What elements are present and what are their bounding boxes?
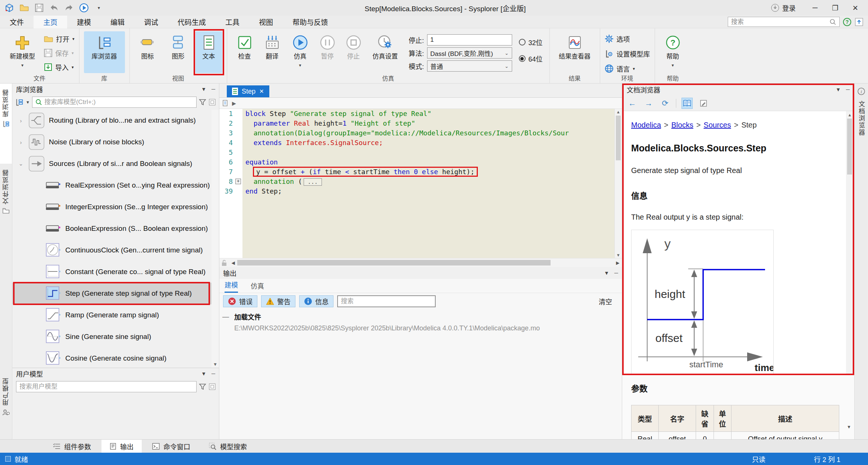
back-icon[interactable]: ← <box>627 98 638 109</box>
log-group-title[interactable]: — 加载文件 <box>222 312 618 321</box>
panel-menu-icon[interactable]: ▼ <box>836 87 841 92</box>
output-search-input[interactable] <box>341 298 432 305</box>
bottom-tab-complist[interactable]: 组件参数 <box>45 440 99 453</box>
error-filter-button[interactable]: 错误 <box>223 295 257 307</box>
panel-menu-icon[interactable]: ▼ <box>201 371 206 377</box>
bottom-tab-outdoc[interactable]: 输出 <box>101 440 142 453</box>
warning-filter-button[interactable]: 警告 <box>261 295 295 307</box>
sidebar-tab-library-browser[interactable]: 库浏览器 <box>0 84 12 164</box>
open-icon[interactable] <box>19 3 29 13</box>
tree-item-booleanexpression[interactable]: BooleanExpression (S... Boolean expressi… <box>12 218 211 239</box>
collapse-log-icon[interactable]: — <box>222 313 229 321</box>
tree-item-integerexpression[interactable]: IntegerExpression (Se...g Integer expres… <box>12 196 211 218</box>
pause-button[interactable]: 暂停 <box>315 31 340 73</box>
tree-item-step[interactable]: Step (Generate step signal of type Real) <box>12 283 211 304</box>
chevron-expanded-icon[interactable]: ⌄ <box>18 160 24 167</box>
collapsed-code-icon[interactable]: ... <box>304 178 322 186</box>
options-button[interactable]: 选项 <box>605 34 650 44</box>
import-button[interactable]: 导入▾ <box>44 62 75 72</box>
redo-icon[interactable] <box>64 3 74 13</box>
library-search-input[interactable] <box>44 98 193 106</box>
tree-item-ramp[interactable]: Ramp (Generate ramp signal) <box>12 304 211 326</box>
menu-item-4[interactable]: 调试 <box>134 16 168 28</box>
open-button[interactable]: 打开▾ <box>44 34 75 44</box>
code-line-1[interactable]: 1block Step "Generate step signal of typ… <box>219 109 614 119</box>
undo-icon[interactable] <box>49 3 59 13</box>
tree-item-noise[interactable]: ›Noise (Library of noise blocks) <box>12 131 211 153</box>
stop-time-input[interactable]: 1 <box>427 34 512 45</box>
filter-icon[interactable] <box>199 98 206 106</box>
code-horizontal-scrollbar[interactable]: ◀ ▶ <box>219 258 622 267</box>
diagram-view-button[interactable]: 图形 <box>165 31 192 73</box>
code-line-2[interactable]: 2 parameter Real height=1 "Height of ste… <box>219 119 614 128</box>
run-icon[interactable] <box>79 3 89 13</box>
panel-minimize-icon[interactable]: ─ <box>614 270 618 276</box>
sidebar-tab-doc-browser[interactable]: 文档浏览器 <box>856 99 866 138</box>
code-line-7[interactable]: 7 y = offset + (if time < startTime then… <box>219 167 614 177</box>
refresh-icon[interactable]: ⟳ <box>659 98 671 109</box>
ribbon-search-input[interactable] <box>731 18 830 26</box>
code-line-6[interactable]: 6equation <box>219 157 614 167</box>
library-tree-scrollbar[interactable]: ▼ <box>211 110 219 368</box>
output-search-box[interactable] <box>337 295 436 307</box>
save-button[interactable]: 保存▾ <box>44 48 75 58</box>
forward-icon[interactable]: → <box>643 98 654 109</box>
chevron-collapsed-icon[interactable]: › <box>18 117 24 124</box>
filter-icon[interactable] <box>199 383 206 390</box>
output-tab-1[interactable]: 仿真 <box>251 281 264 293</box>
model-doc-icon[interactable] <box>222 100 229 107</box>
tree-item-sine[interactable]: Sine (Generate sine signal) <box>12 326 211 348</box>
minimize-button[interactable]: ─ <box>806 1 824 14</box>
tree-item-constant[interactable]: Constant (Generate co... signal of type … <box>12 261 211 283</box>
translate-button[interactable]: 翻译 <box>259 31 285 73</box>
scroll-down-icon[interactable]: ▼ <box>845 424 853 430</box>
panel-minimize-icon[interactable]: ─ <box>846 87 850 92</box>
icon-view-button[interactable]: 图标 <box>134 31 161 73</box>
menu-item-5[interactable]: 代码生成 <box>168 16 216 28</box>
panel-minimize-icon[interactable]: ─ <box>211 86 215 92</box>
login-button[interactable]: 登录 <box>771 3 796 13</box>
code-line-5[interactable]: 5 <box>219 148 614 157</box>
panel-menu-icon[interactable]: ▼ <box>201 86 206 92</box>
panel-menu-icon[interactable]: ▼ <box>604 270 609 276</box>
maximize-button[interactable]: ❐ <box>826 1 844 14</box>
tab-close-icon[interactable]: ✕ <box>259 88 264 95</box>
doc-view-icon[interactable] <box>681 98 693 109</box>
breadcrumb-modelica[interactable]: Modelica <box>631 121 661 129</box>
tree-item-cosine[interactable]: Cosine (Generate cosine signal) <box>12 348 211 368</box>
menu-item-3[interactable]: 编辑 <box>101 16 134 28</box>
menu-item-0[interactable]: 文件 <box>0 16 34 28</box>
collapse-all-icon[interactable] <box>209 98 216 106</box>
menu-item-2[interactable]: 建模 <box>67 16 101 28</box>
breadcrumb-blocks[interactable]: Blocks <box>671 121 693 129</box>
tree-item-routing[interactable]: ›Routing (Library of blo...ne and extrac… <box>12 110 211 131</box>
menu-item-6[interactable]: 工具 <box>216 16 249 28</box>
new-model-button[interactable]: 新建模型 ▾ <box>4 31 40 73</box>
algorithm-select[interactable]: Dassl (BDF,变阶,刚性)⌄ <box>427 47 512 59</box>
collapse-all-icon[interactable] <box>209 383 216 390</box>
tree-item-sources[interactable]: ⌄Sources (Library of si...r and Boolean … <box>12 153 211 175</box>
stop-button[interactable]: 停止 <box>341 31 366 73</box>
mode-select[interactable]: 普通⌄ <box>427 60 512 72</box>
code-line-8[interactable]: 8+ annotation (... <box>219 177 614 186</box>
bottom-tab-msearch[interactable]: 模型搜索 <box>201 440 255 453</box>
sidebar-tab-file-browser[interactable]: 文件浏览器 <box>0 164 12 244</box>
help-circle-icon[interactable]: ? <box>843 18 852 26</box>
menu-item-1[interactable]: 主页 <box>34 16 67 28</box>
radio-32bit[interactable]: 32位 <box>519 37 543 47</box>
check-button[interactable]: 检查 <box>232 31 258 73</box>
menu-item-7[interactable]: 视图 <box>249 16 283 28</box>
help-button[interactable]: ? 帮助 ▾ <box>659 31 686 73</box>
code-line-3[interactable]: 3 annotation(Dialog(groupImage="modelica… <box>219 128 614 138</box>
editor-tab-step[interactable]: Step ✕ <box>227 85 269 97</box>
edit-doc-icon[interactable] <box>698 98 709 109</box>
fold-marker-icon[interactable]: + <box>235 177 242 186</box>
qat-customize-icon[interactable]: ▾ <box>94 3 104 13</box>
collapse-ribbon-icon[interactable] <box>855 18 864 26</box>
chevron-collapsed-icon[interactable]: › <box>18 139 24 145</box>
library-filter-mode-icon[interactable] <box>15 98 23 106</box>
breadcrumb-sources[interactable]: Sources <box>704 121 731 129</box>
info-filter-button[interactable]: 信息 <box>299 295 333 307</box>
code-vertical-scrollbar[interactable]: ▲▼ <box>614 109 622 258</box>
tree-item-realexpression[interactable]: RealExpression (Set o...ying Real expres… <box>12 175 211 196</box>
